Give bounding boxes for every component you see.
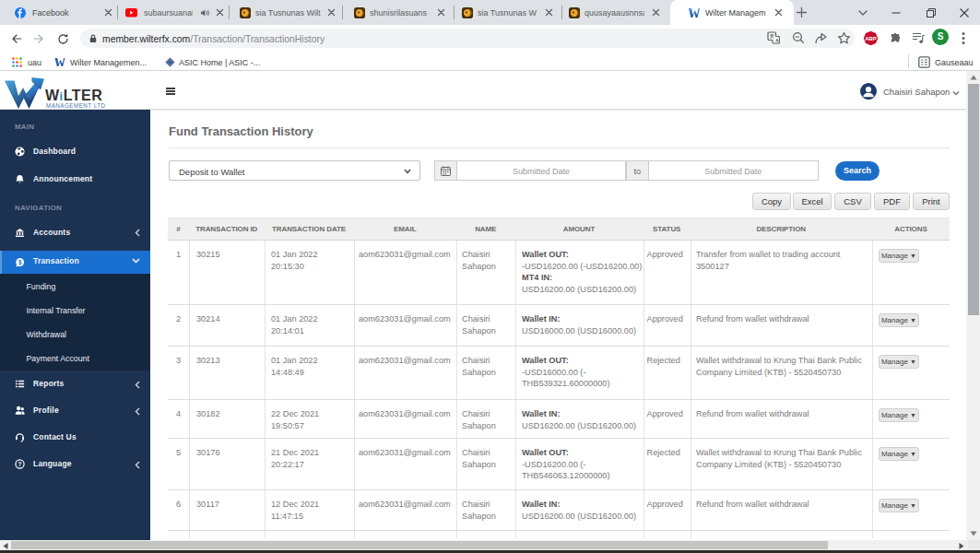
svg-text:ABP: ABP (865, 36, 877, 41)
svg-text:$: $ (18, 259, 22, 266)
svg-text:?: ? (18, 461, 22, 467)
